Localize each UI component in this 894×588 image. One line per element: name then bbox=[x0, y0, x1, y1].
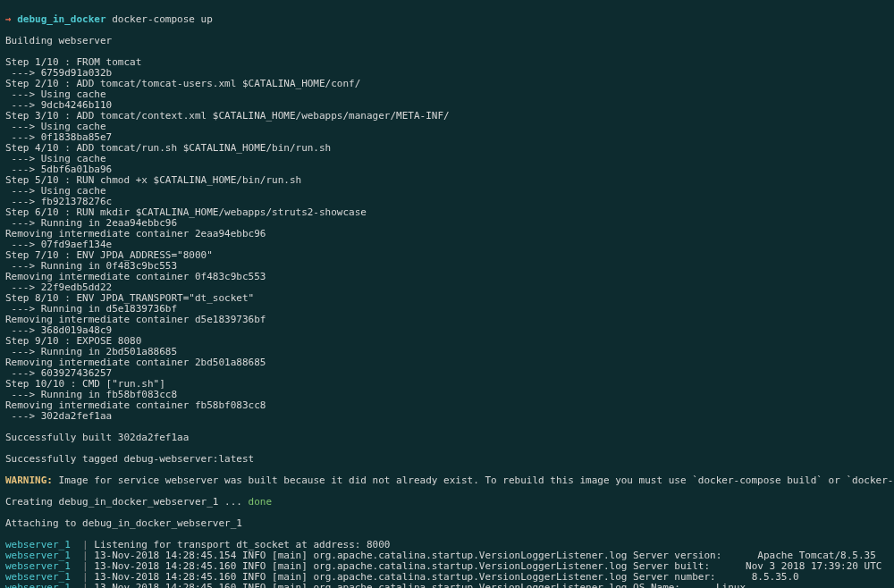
log-message: 13-Nov-2018 14:28:45.160 INFO [main] org… bbox=[94, 583, 680, 588]
build-step-line: ---> Using cache bbox=[5, 154, 889, 164]
build-step-line: Removing intermediate container 2eaa94eb… bbox=[5, 229, 889, 239]
prompt-working-dir: debug_in_docker bbox=[17, 13, 105, 25]
build-step-header: Step 4/10 : ADD tomcat/run.sh $CATALINA_… bbox=[5, 143, 889, 154]
warning-text: Image for service webserver was built be… bbox=[53, 475, 894, 486]
build-step-line: ---> Using cache bbox=[5, 122, 889, 132]
prompt-arrow-icon: → bbox=[5, 13, 12, 25]
attaching-line: Attaching to debug_in_docker_webserver_1 bbox=[5, 518, 889, 529]
build-step-header: Step 5/10 : RUN chmod +x $CATALINA_HOME/… bbox=[5, 175, 889, 186]
success-tagged: Successfully tagged debug-webserver:late… bbox=[5, 454, 889, 465]
build-steps: Step 1/10 : FROM tomcat ---> 6759d91a032… bbox=[5, 57, 889, 422]
build-step-line: Removing intermediate container fb58bf08… bbox=[5, 400, 889, 411]
build-step-line: ---> Using cache bbox=[5, 186, 889, 197]
build-step-header: Step 2/10 : ADD tomcat/tomcat-users.xml … bbox=[5, 79, 889, 89]
build-step-header: Step 3/10 : ADD tomcat/context.xml $CATA… bbox=[5, 111, 889, 122]
service-logs: webserver_1 | Listening for transport dt… bbox=[5, 540, 889, 588]
service-label: webserver_1 bbox=[5, 583, 71, 588]
build-step-line: ---> Using cache bbox=[5, 89, 889, 100]
log-value: Linux bbox=[680, 583, 746, 588]
build-step-header: Step 1/10 : FROM tomcat bbox=[5, 57, 889, 68]
creating-done: done bbox=[249, 496, 273, 508]
build-step-line: Removing intermediate container d5e18397… bbox=[5, 315, 889, 325]
build-step-line: Removing intermediate container 2bd501a8… bbox=[5, 357, 889, 368]
build-step-line: ---> 302da2fef1aa bbox=[5, 411, 889, 422]
build-step-line: Removing intermediate container 0f483c9b… bbox=[5, 272, 889, 282]
success-built: Successfully built 302da2fef1aa bbox=[5, 433, 889, 443]
creating-prefix: Creating debug_in_docker_webserver_1 ... bbox=[5, 496, 249, 508]
build-header: Building webserver bbox=[5, 36, 889, 46]
terminal-output[interactable]: → debug_in_docker docker-compose up Buil… bbox=[0, 0, 894, 588]
warning-line: WARNING: Image for service webserver was… bbox=[5, 475, 889, 486]
creating-line: Creating debug_in_docker_webserver_1 ...… bbox=[5, 497, 889, 508]
log-line: webserver_1 | 13-Nov-2018 14:28:45.160 I… bbox=[5, 583, 889, 588]
prompt-line: → debug_in_docker docker-compose up bbox=[5, 14, 889, 25]
prompt-command: docker-compose up bbox=[112, 13, 213, 25]
service-separator: | bbox=[71, 583, 95, 588]
warning-label: WARNING: bbox=[5, 475, 53, 486]
